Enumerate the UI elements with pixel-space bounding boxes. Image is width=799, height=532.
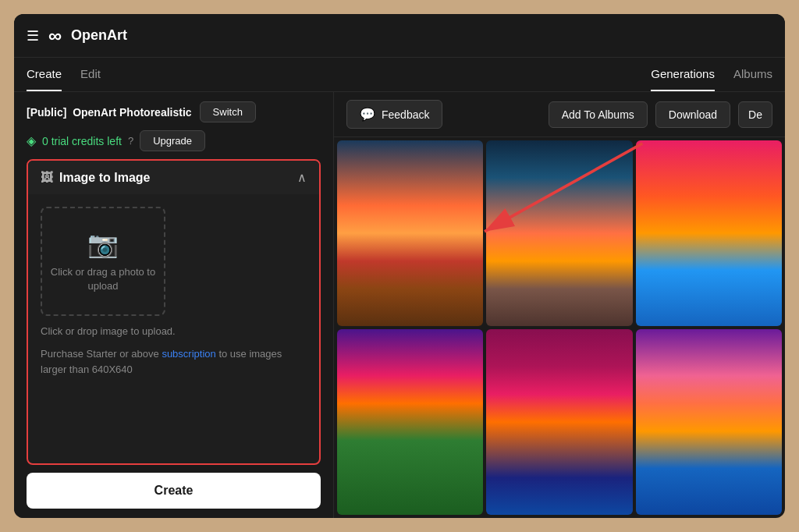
model-prefix: [Public] [27,106,66,119]
model-label: [Public] OpenArt Photorealistic [27,106,192,119]
tab-edit[interactable]: Edit [80,58,101,91]
add-to-albums-button[interactable]: Add To Albums [549,101,648,128]
credits-text: 0 trial credits left [42,135,122,147]
credits-row: ◈ 0 trial credits left ? Upgrade [27,130,321,151]
panel-body: 📷 Click or drag a photo to upload Click … [28,194,319,389]
app-container: ☰ ∞ OpenArt Create Edit Generations Albu… [14,14,785,518]
help-icon[interactable]: ? [128,135,133,147]
header: ☰ ∞ OpenArt [14,14,785,58]
right-nav: Generations Albums [651,58,772,91]
menu-icon[interactable]: ☰ [27,27,39,44]
more-button[interactable]: De [738,101,772,128]
left-nav: Create Edit [27,58,101,91]
collapse-icon[interactable]: ∧ [297,170,307,185]
model-selector: [Public] OpenArt Photorealistic Switch [27,101,321,122]
main-nav: Create Edit Generations Albums [14,58,785,92]
upload-text: Click or drag a photo to upload [42,265,164,293]
upgrade-button[interactable]: Upgrade [140,130,205,151]
image-cell-5[interactable] [486,329,632,515]
panel-header: 🖼 Image to Image ∧ [28,161,319,194]
tab-generations[interactable]: Generations [651,58,715,91]
image-to-image-panel: 🖼 Image to Image ∧ 📷 Click or drag a pho… [27,159,321,465]
download-button[interactable]: Download [655,101,730,128]
subscription-notice: Purchase Starter or above subscription t… [41,346,307,377]
image-icon: 🖼 [41,171,53,185]
panel-title-text: Image to Image [59,171,150,185]
sidebar: [Public] OpenArt Photorealistic Switch ◈… [14,92,334,518]
image-cell-2[interactable] [486,140,632,326]
subscription-link[interactable]: subscription [162,348,215,360]
camera-icon: 📷 [87,229,119,259]
create-button[interactable]: Create [27,473,321,509]
feedback-icon: 💬 [360,107,375,122]
toolbar: 💬 Feedback Add To Albums Download De [334,92,785,137]
upload-area[interactable]: 📷 Click or drag a photo to upload [41,207,165,316]
upload-hint: Click or drop image to upload. [41,325,307,337]
feedback-label: Feedback [382,108,429,121]
image-cell-1[interactable] [337,140,483,326]
right-content: 💬 Feedback Add To Albums Download De [334,92,785,518]
feedback-button[interactable]: 💬 Feedback [346,100,442,129]
credits-icon: ◈ [27,133,36,148]
images-grid [334,137,785,518]
tab-albums[interactable]: Albums [733,58,772,91]
model-name: OpenArt Photorealistic [73,106,191,119]
switch-button[interactable]: Switch [200,101,256,122]
image-cell-4[interactable] [337,329,483,515]
panel-title: 🖼 Image to Image [41,171,150,185]
content-area: [Public] OpenArt Photorealistic Switch ◈… [14,92,785,518]
logo-text: OpenArt [71,27,127,44]
logo-icon: ∞ [48,25,62,47]
image-cell-6[interactable] [636,329,782,515]
image-cell-3[interactable] [636,140,782,326]
tab-create[interactable]: Create [27,58,62,91]
